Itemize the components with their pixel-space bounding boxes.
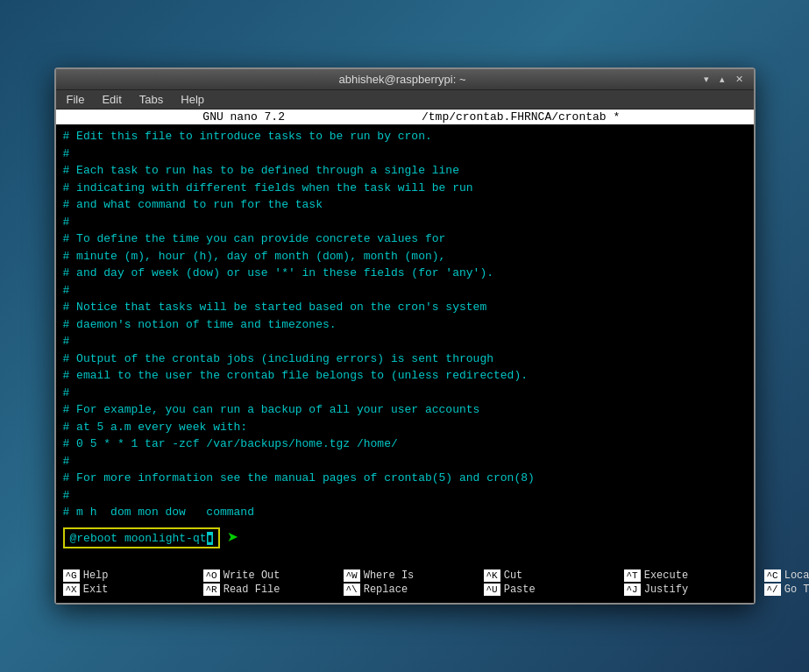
shortcut-key: ^O [203,569,220,582]
editor-content[interactable]: # Edit this file to introduce tasks to b… [56,124,754,525]
menubar: File Edit Tabs Help [56,90,754,110]
shortcut-key: ^/ [764,584,781,596]
editor-line: # [63,282,747,300]
nano-footer: ^G Help ^O Write Out ^W Where Is ^K Cut … [56,566,754,603]
titlebar: abhishek@raspberrypi: ~ ▾ ▴ ✕ [56,69,754,90]
terminal-window: abhishek@raspberrypi: ~ ▾ ▴ ✕ File Edit … [54,67,756,605]
window-controls: ▾ ▴ ✕ [700,74,747,85]
cursor-line-row: @reboot moonlight-qt▮ ➤ [56,525,754,552]
shortcut-label: Paste [504,584,536,596]
maximize-button[interactable]: ▴ [716,74,728,85]
footer-item: ^W Where Is [344,569,484,582]
editor-line: # For more information see the manual pa… [63,470,747,487]
editor-line: # and what command to run for the task [63,196,747,214]
menu-file[interactable]: File [63,92,89,107]
shortcut-key: ^R [203,584,220,596]
shortcut-key: ^X [63,584,80,596]
editor-line: # indicating with different fields when … [63,180,747,197]
nano-header: GNU nano 7.2 /tmp/crontab.FHRNCA/crontab… [56,110,754,124]
shortcut-key: ^J [624,584,641,596]
editor-line: # daemon's notion of time and timezones. [63,316,747,334]
footer-item: ^G Help [63,569,203,582]
editor-line: # 0 5 * * 1 tar -zcf /var/backups/home.t… [63,435,747,453]
editor-line: # Output of the crontab jobs (including … [63,350,747,368]
shortcut-label: Write Out [224,569,280,582]
editor-line: # [63,214,747,231]
editor-area: GNU nano 7.2 /tmp/crontab.FHRNCA/crontab… [56,110,754,603]
menu-edit[interactable]: Edit [98,92,124,107]
shortcut-key: ^G [63,569,80,582]
close-button[interactable]: ✕ [732,74,747,85]
shortcut-label: Where Is [364,569,415,582]
shortcut-label: Justify [644,584,688,596]
editor-line: # and day of week (dow) or use '*' in th… [63,265,747,282]
editor-line: # email to the user the crontab file bel… [63,367,747,385]
footer-item: ^T Execute [624,569,764,582]
footer-item: ^U Paste [484,584,624,596]
editor-line: # [63,145,747,163]
editor-line: # [63,385,747,402]
shortcut-label: Go To Line [784,584,809,596]
shortcut-label: Execute [644,569,688,582]
menu-help[interactable]: Help [177,92,208,107]
editor-line: # [63,487,747,505]
editor-line: # minute (m), hour (h), day of month (do… [63,248,747,265]
shortcut-key: ^W [344,569,360,582]
footer-item: ^R Read File [203,584,344,596]
shortcut-label: Help [83,569,109,582]
shortcut-label: Cut [504,569,523,582]
footer-item: ^K Cut [484,569,624,582]
menu-tabs[interactable]: Tabs [136,92,167,107]
footer-row-2: ^X Exit ^R Read File ^\ Replace ^U Paste… [63,584,747,596]
footer-item: ^/ Go To Line [764,584,810,596]
shortcut-key: ^T [624,569,641,582]
editor-line: # [63,333,747,350]
shortcut-key: ^U [484,584,500,596]
editor-line: # To define the time you can provide con… [63,230,747,248]
window-title: abhishek@raspberrypi: ~ [105,73,700,86]
footer-item: ^C Location [764,569,810,582]
footer-item: ^O Write Out [203,569,344,582]
arrow-indicator: ➤ [227,527,238,550]
editor-line: # [63,453,747,470]
editor-line: # Edit this file to introduce tasks to b… [63,128,747,145]
footer-item: ^J Justify [624,584,764,596]
editor-line: # m h dom mon dow command [63,504,747,521]
shortcut-label: Replace [364,584,408,596]
minimize-button[interactable]: ▾ [700,74,713,85]
shortcut-label: Location [784,569,809,582]
cursor-text-box: @reboot moonlight-qt▮ [63,527,221,548]
shortcut-label: Exit [83,584,109,596]
footer-row-1: ^G Help ^O Write Out ^W Where Is ^K Cut … [63,569,747,582]
shortcut-key: ^C [764,569,781,582]
footer-item: ^\ Replace [344,584,484,596]
shortcut-label: Read File [224,584,280,596]
shortcut-key: ^\ [344,584,360,596]
shortcut-key: ^K [484,569,500,582]
editor-line: # Notice that tasks will be started base… [63,299,747,316]
footer-item: ^X Exit [63,584,203,596]
editor-line: # For example, you can run a backup of a… [63,401,747,419]
editor-line: # at 5 a.m every week with: [63,419,747,436]
editor-line: # Each task to run has to be defined thr… [63,162,747,180]
